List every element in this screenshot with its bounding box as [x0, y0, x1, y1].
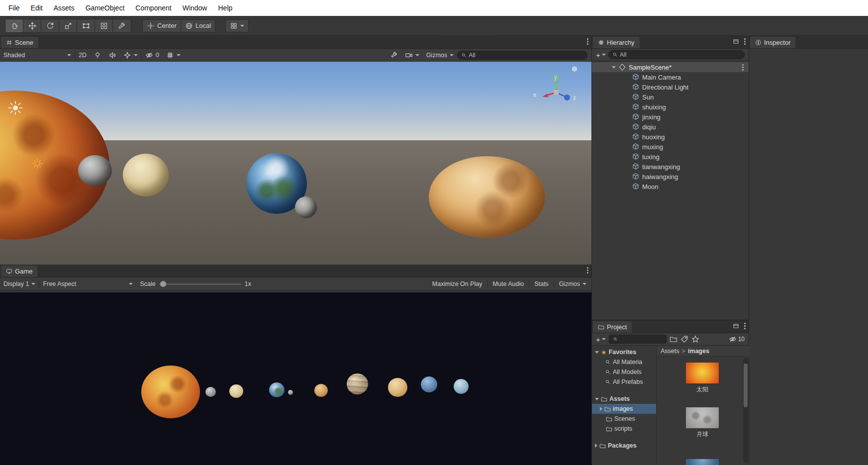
hierarchy-item-huoxing[interactable]: huoxing [592, 132, 749, 142]
file-item-sun[interactable]: 太阳 [677, 363, 727, 394]
planet-orange-giant[interactable] [429, 156, 545, 238]
scale-tool-button[interactable] [59, 19, 77, 32]
planet-shuixing[interactable] [78, 155, 112, 186]
tab-game[interactable]: Game [1, 266, 37, 277]
project-search-input[interactable] [620, 336, 663, 343]
rotate-tool-button[interactable] [41, 19, 59, 32]
hierarchy-search-input[interactable] [620, 51, 741, 58]
game-menu-icon[interactable] [587, 267, 588, 274]
menu-window[interactable]: Window [177, 0, 213, 16]
tab-scene[interactable]: Scene [1, 37, 38, 48]
display-dropdown[interactable]: Display 1 [0, 278, 39, 290]
project-scrollbar[interactable] [743, 358, 748, 463]
scene-gizmos-dropdown[interactable]: Gizmos [423, 49, 457, 61]
favorite-all-models[interactable]: All Models [592, 367, 656, 377]
breadcrumb-images[interactable]: images [688, 348, 709, 355]
foldout-collapsed-icon[interactable] [600, 407, 602, 411]
project-search-box[interactable] [609, 335, 667, 344]
mute-audio-button[interactable]: Mute Audio [488, 278, 529, 290]
menu-assets[interactable]: Assets [48, 0, 80, 16]
assets-root-row[interactable]: Assets [592, 394, 656, 404]
sun-flare-gizmo[interactable] [7, 99, 24, 116]
move-tool-button[interactable] [23, 19, 41, 32]
hierarchy-item-diqiu[interactable]: diqiu [592, 122, 749, 132]
hierarchy-item-moon[interactable]: Moon [592, 182, 749, 191]
scale-slider[interactable] [159, 283, 241, 285]
planet-moon[interactable] [295, 196, 317, 218]
orientation-toggle-button[interactable]: Local [181, 19, 215, 32]
project-add-button[interactable]: + [596, 335, 606, 344]
draw-mode-dropdown[interactable]: Shaded [0, 49, 75, 61]
hierarchy-item-shuixing[interactable]: shuixing [592, 102, 749, 112]
scene-effects-dropdown[interactable] [120, 49, 141, 61]
scene-audio-button[interactable] [105, 49, 120, 61]
menu-file[interactable]: File [3, 0, 25, 16]
hierarchy-item-jinxing[interactable]: jinxing [592, 112, 749, 122]
project-menu-icon[interactable] [744, 323, 746, 329]
favorite-all-prefabs[interactable]: All Prefabs [592, 377, 656, 387]
favorite-all-materials[interactable]: All Materia [592, 357, 656, 367]
tab-hierarchy[interactable]: Hierarchy [593, 37, 640, 48]
foldout-expanded-icon[interactable] [595, 398, 599, 400]
scene-camera-dropdown[interactable] [401, 49, 423, 61]
scene-viewport[interactable]: y x z Persp [0, 62, 591, 265]
hierarchy-add-button[interactable]: + [596, 51, 606, 59]
folder-images-row[interactable]: images [592, 404, 656, 414]
stats-button[interactable]: Stats [529, 278, 554, 290]
scale-slider-knob[interactable] [160, 281, 166, 287]
menu-edit[interactable]: Edit [25, 0, 48, 16]
hierarchy-search-box[interactable] [608, 50, 745, 59]
scene-options-icon[interactable] [742, 64, 744, 71]
menu-help[interactable]: Help [212, 0, 238, 16]
favorites-row[interactable]: ★ Favorites [592, 347, 656, 357]
foldout-collapsed-icon[interactable] [595, 444, 597, 448]
project-scrollbar-thumb[interactable] [744, 364, 748, 407]
maximize-on-play-button[interactable]: Maximize On Play [427, 278, 487, 290]
scene-grid-dropdown[interactable] [163, 49, 184, 61]
search-by-type-icon[interactable] [670, 335, 677, 343]
menu-gameobject[interactable]: GameObject [80, 0, 130, 16]
file-item-partial[interactable] [677, 459, 727, 465]
custom-tool-button[interactable] [113, 19, 131, 32]
grid-snapping-button[interactable] [225, 19, 249, 32]
hierarchy-item-tianwangxing[interactable]: tianwangxing [592, 162, 749, 172]
perspective-mode-label[interactable]: Persp [532, 116, 580, 123]
hierarchy-item-sun[interactable]: Sun [592, 92, 749, 102]
packages-root-row[interactable]: Packages [592, 441, 656, 451]
scene-corner-cube-icon[interactable] [571, 66, 578, 73]
scene-menu-icon[interactable] [587, 38, 588, 45]
foldout-expanded-icon[interactable] [595, 351, 599, 354]
hierarchy-item-tuxing[interactable]: tuxing [592, 152, 749, 162]
project-visibility-button[interactable]: 10 [729, 335, 745, 343]
game-viewport[interactable] [0, 292, 591, 465]
transform-tool-button[interactable] [95, 19, 113, 32]
rect-tool-button[interactable] [77, 19, 95, 32]
foldout-expanded-icon[interactable] [612, 66, 616, 69]
folder-scenes-row[interactable]: Scenes [592, 414, 656, 424]
tab-project[interactable]: Project [593, 321, 632, 333]
planet-jinxing[interactable] [123, 154, 169, 196]
hierarchy-item-haiwangxing[interactable]: haiwangxing [592, 172, 749, 182]
hierarchy-scene-root-row[interactable]: SampleScene* [592, 62, 749, 72]
scene-tools-button[interactable] [386, 49, 401, 61]
hierarchy-item-main-camera[interactable]: Main Camera [592, 72, 749, 82]
directional-light-gizmo[interactable] [31, 157, 44, 170]
dock-icon[interactable] [733, 323, 739, 329]
folder-scripts-row[interactable]: scripts [592, 424, 656, 434]
scene-search-input[interactable] [469, 52, 583, 59]
search-by-label-icon[interactable] [680, 335, 688, 343]
hand-tool-button[interactable] [5, 19, 23, 32]
dock-icon[interactable] [733, 38, 739, 45]
breadcrumb-assets[interactable]: Assets [661, 348, 679, 355]
hierarchy-item-directional-light[interactable]: Directional Light [592, 82, 749, 92]
game-gizmos-dropdown[interactable]: Gizmos [554, 278, 591, 290]
aspect-ratio-dropdown[interactable]: Free Aspect [39, 278, 136, 290]
toggle-2d-button[interactable]: 2D [75, 49, 90, 61]
hierarchy-item-muxing[interactable]: muxing [592, 142, 749, 152]
pivot-toggle-button[interactable]: Center [142, 19, 181, 32]
favorites-star-icon[interactable] [691, 335, 699, 343]
file-item-moon[interactable]: 月球 [677, 407, 727, 439]
scene-search-box[interactable] [457, 51, 587, 60]
tab-inspector[interactable]: Inspector [750, 37, 795, 48]
menu-component[interactable]: Component [130, 0, 177, 16]
